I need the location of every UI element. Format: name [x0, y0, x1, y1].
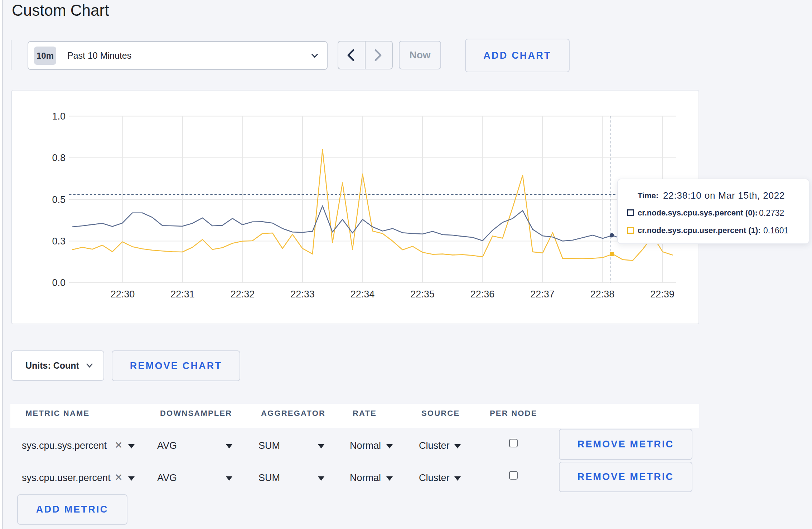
svg-text:22:36: 22:36 — [470, 289, 495, 300]
svg-text:0.8: 0.8 — [52, 152, 66, 163]
svg-text:0.3: 0.3 — [52, 236, 66, 247]
svg-text:22:38: 22:38 — [590, 289, 615, 300]
svg-text:0.5: 0.5 — [52, 194, 66, 205]
svg-text:22:39: 22:39 — [650, 289, 675, 300]
svg-text:1.0: 1.0 — [52, 111, 66, 122]
svg-text:22:30: 22:30 — [111, 289, 135, 300]
svg-text:22:33: 22:33 — [290, 289, 315, 300]
svg-text:22:37: 22:37 — [530, 289, 555, 300]
svg-text:0.0: 0.0 — [52, 277, 66, 288]
svg-text:22:31: 22:31 — [170, 289, 195, 300]
svg-text:22:34: 22:34 — [351, 289, 375, 300]
svg-text:22:35: 22:35 — [410, 289, 435, 300]
svg-text:22:32: 22:32 — [231, 289, 255, 300]
